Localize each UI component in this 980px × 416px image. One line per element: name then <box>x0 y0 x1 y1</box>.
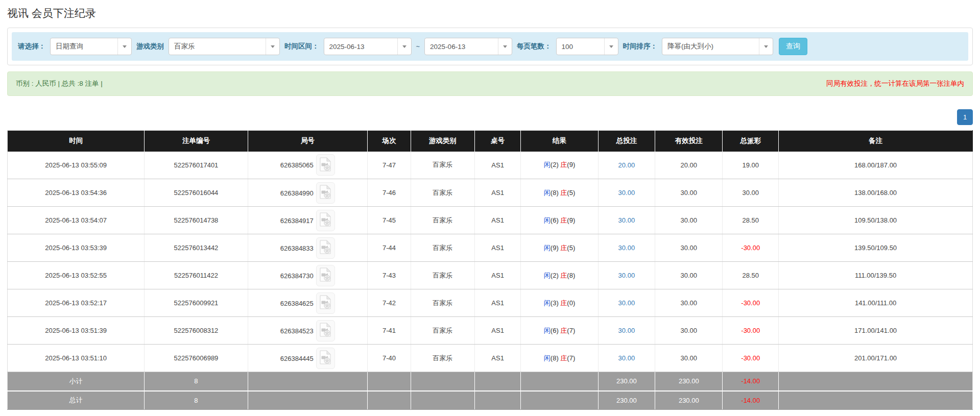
total-bet-link[interactable]: 30.00 <box>618 327 635 334</box>
table-row: 2025-06-13 03:54:36522576016044626384990… <box>8 179 973 207</box>
cell-table-no: AS1 <box>474 289 521 317</box>
date-from-select[interactable]: 2025-06-13 <box>324 38 412 55</box>
footer-empty-cell <box>779 391 973 410</box>
cell-table-no: AS1 <box>474 234 521 262</box>
total-bet-link[interactable]: 30.00 <box>618 189 635 197</box>
result-player-label: 闲 <box>544 299 551 307</box>
total-bet-link[interactable]: 30.00 <box>618 244 635 252</box>
column-header: 桌号 <box>474 131 521 152</box>
cell-valid-bet: 30.00 <box>655 179 723 207</box>
cell-valid-bet: 20.00 <box>655 152 723 179</box>
column-header: 游戏类别 <box>411 131 475 152</box>
page-size-value: 100 <box>557 43 604 51</box>
cell-table-no: AS1 <box>474 152 521 179</box>
cell-bet-id: 522576006989 <box>145 345 248 372</box>
cell-game-type: 百家乐 <box>411 179 475 207</box>
total-bet-link[interactable]: 20.00 <box>618 161 635 169</box>
round-number: 626384523 <box>280 327 314 334</box>
cell-session: 7-44 <box>367 234 411 262</box>
cell-result: 闲(8) 庄(5) <box>521 179 598 207</box>
result-player-label: 闲 <box>544 216 551 224</box>
video-replay-button[interactable] <box>316 154 335 176</box>
footer-label: 总计 <box>8 391 145 410</box>
query-type-select[interactable]: 日期查询 <box>50 38 132 55</box>
table-row: 2025-06-13 03:52:55522576011422626384730… <box>8 262 973 289</box>
result-banker-label: 庄 <box>560 216 567 224</box>
footer-empty-cell <box>367 391 411 410</box>
cell-remark: 171.00/141.00 <box>779 317 973 345</box>
search-button[interactable]: 查询 <box>779 38 807 55</box>
cell-table-no: AS1 <box>474 207 521 234</box>
result-banker-label: 庄 <box>560 161 567 168</box>
footer-count: 8 <box>145 391 248 410</box>
cell-time: 2025-06-13 03:52:55 <box>8 262 145 289</box>
chevron-down-icon <box>117 38 131 55</box>
summary-text: 币别 : 人民币 | 总共 :8 注单 | <box>16 79 103 88</box>
table-row: 2025-06-13 03:51:39522576008312626384523… <box>8 317 973 345</box>
cell-table-no: AS1 <box>474 262 521 289</box>
cell-result: 闲(6) 庄(9) <box>521 207 598 234</box>
cell-round: 626384445 <box>248 345 367 372</box>
cell-valid-bet: 30.00 <box>655 207 723 234</box>
footer-empty-cell <box>779 372 973 391</box>
cell-round: 626384730 <box>248 262 367 289</box>
total-bet-link[interactable]: 30.00 <box>618 354 635 362</box>
video-replay-button[interactable] <box>316 348 335 369</box>
cell-payout: -30.00 <box>723 289 779 317</box>
cell-round: 626385065 <box>248 152 367 179</box>
cell-game-type: 百家乐 <box>411 289 475 317</box>
cell-time: 2025-06-13 03:55:09 <box>8 152 145 179</box>
cell-bet-id: 522576011422 <box>145 262 248 289</box>
cell-remark: 111.00/139.50 <box>779 262 973 289</box>
cell-game-type: 百家乐 <box>411 345 475 372</box>
date-to-select[interactable]: 2025-06-13 <box>424 38 512 55</box>
cell-payout: 28.50 <box>723 262 779 289</box>
cell-game-type: 百家乐 <box>411 152 475 179</box>
cell-session: 7-43 <box>367 262 411 289</box>
cell-total-bet: 30.00 <box>598 317 655 345</box>
cell-valid-bet: 30.00 <box>655 262 723 289</box>
video-replay-button[interactable] <box>316 320 335 341</box>
cell-total-bet: 30.00 <box>598 207 655 234</box>
total-bet-link[interactable]: 30.00 <box>618 299 635 307</box>
cell-remark: 201.00/171.00 <box>779 345 973 372</box>
cell-payout: -30.00 <box>723 345 779 372</box>
result-player-label: 闲 <box>544 272 551 279</box>
footer-empty-cell <box>474 391 521 410</box>
cell-valid-bet: 30.00 <box>655 317 723 345</box>
cell-total-bet: 30.00 <box>598 289 655 317</box>
chevron-down-icon <box>397 38 411 55</box>
cell-bet-id: 522576017401 <box>145 152 248 179</box>
result-player-score: (8) <box>551 189 559 197</box>
footer-empty-cell <box>411 372 475 391</box>
sort-order-label: 时间排序： <box>623 42 658 51</box>
video-replay-button[interactable] <box>316 182 335 204</box>
round-number: 626384917 <box>280 216 314 224</box>
result-player-score: (9) <box>551 244 559 252</box>
video-replay-button[interactable] <box>316 237 335 259</box>
total-bet-link[interactable]: 30.00 <box>618 216 635 224</box>
grandtotal-row: 总计8230.00230.00-14.00 <box>8 391 973 410</box>
result-banker-label: 庄 <box>560 354 567 362</box>
pagination-page-button[interactable]: 1 <box>957 109 973 125</box>
cell-bet-id: 522576013442 <box>145 234 248 262</box>
result-banker-score: (7) <box>567 354 575 362</box>
chevron-down-icon <box>759 38 773 55</box>
game-type-select[interactable]: 百家乐 <box>169 38 280 55</box>
cell-time: 2025-06-13 03:52:17 <box>8 289 145 317</box>
video-replay-button[interactable] <box>316 265 335 286</box>
video-replay-button[interactable] <box>316 210 335 231</box>
date-to-value: 2025-06-13 <box>425 43 498 51</box>
video-replay-button[interactable] <box>316 292 335 314</box>
result-banker-score: (5) <box>567 244 575 252</box>
sort-order-select[interactable]: 降幂(由大到小) <box>662 38 773 55</box>
cell-session: 7-40 <box>367 345 411 372</box>
total-bet-link[interactable]: 30.00 <box>618 272 635 279</box>
result-banker-score: (5) <box>567 189 575 197</box>
table-row: 2025-06-13 03:52:17522576009921626384625… <box>8 289 973 317</box>
round-number: 626384990 <box>280 189 314 197</box>
page-size-select[interactable]: 100 <box>556 38 618 55</box>
footer-empty-cell <box>248 372 367 391</box>
column-header: 总投注 <box>598 131 655 152</box>
round-number: 626384833 <box>280 244 314 252</box>
